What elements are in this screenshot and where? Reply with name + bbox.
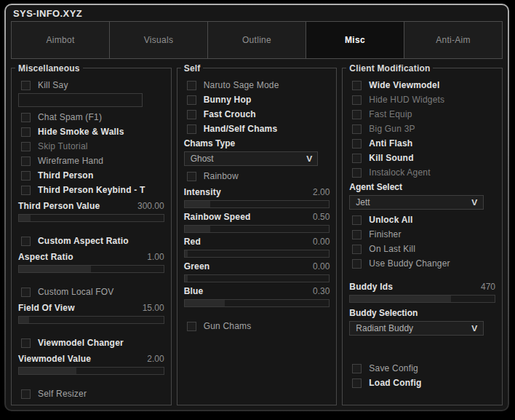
app-window: SYS-INFO.XYZ AimbotVisualsOutlineMiscAnt… <box>6 5 508 410</box>
slider-fill <box>185 201 211 207</box>
checkbox[interactable] <box>352 124 362 134</box>
checkbox-row-big-gun-3p[interactable]: Big Gun 3P <box>352 124 495 133</box>
group-title: Self <box>181 63 204 74</box>
checkbox-row-third-person[interactable]: Third Person <box>21 171 164 180</box>
checkbox[interactable] <box>352 154 362 163</box>
checkbox-row-fast-crouch[interactable]: Fast Crouch <box>187 110 330 119</box>
checkbox[interactable] <box>21 186 31 195</box>
slider-fill <box>19 368 76 374</box>
checkbox-row-custom-local-fov[interactable]: Custom Local FOV <box>21 288 164 296</box>
checkbox-row-third-person-keybind-t[interactable]: Third Person Keybind - T <box>21 186 164 194</box>
checkbox-row-anti-flash[interactable]: Anti Flash <box>352 139 495 148</box>
checkbox-row-kill-sound[interactable]: Kill Sound <box>352 154 495 162</box>
slider-track-red[interactable] <box>184 250 330 258</box>
chams-type-select[interactable]: GhostV <box>184 151 319 166</box>
checkbox-row-hide-hud-widgets[interactable]: Hide HUD Widgets <box>352 95 495 104</box>
agent-select[interactable]: JettV <box>349 195 484 210</box>
tab-visuals[interactable]: Visuals <box>110 22 208 58</box>
checkbox[interactable] <box>21 237 31 246</box>
checkbox-row-viewmodel-changer[interactable]: Viewmodel Changer <box>21 338 164 347</box>
checkbox[interactable] <box>352 139 362 148</box>
slider-value: 2.00 <box>313 187 330 197</box>
checkbox-row-hide-smoke-walls[interactable]: Hide Smoke & Walls <box>21 127 164 136</box>
slider-track-intensity[interactable] <box>184 200 330 208</box>
checkbox[interactable] <box>352 168 362 178</box>
checkbox[interactable] <box>21 389 31 399</box>
checkbox-label: On Last Kill <box>369 244 415 254</box>
slider-value: 470 <box>481 282 495 292</box>
checkbox-label: Custom Aspect Ratio <box>38 236 129 246</box>
checkbox[interactable] <box>187 110 196 119</box>
checkbox[interactable] <box>21 81 31 90</box>
checkbox[interactable] <box>352 215 362 225</box>
group-title: Client Modification <box>346 63 433 74</box>
slider-track-green[interactable] <box>184 274 330 282</box>
checkbox-label: Fast Equip <box>369 109 412 119</box>
slider-track-aspect-ratio[interactable] <box>18 265 164 273</box>
checkbox[interactable] <box>21 338 31 348</box>
slider-track-viewmodel-value[interactable] <box>18 367 164 375</box>
slider-track-field-of-view[interactable] <box>18 316 164 324</box>
checkbox-row-self-resizer[interactable]: Self Resizer <box>21 389 164 398</box>
slider-fill <box>19 215 31 221</box>
checkbox-row-fast-equip[interactable]: Fast Equip <box>352 110 495 119</box>
tab-aimbot[interactable]: Aimbot <box>12 22 110 58</box>
slider-label-row: Green0.00 <box>184 262 330 271</box>
checkbox[interactable] <box>352 230 362 239</box>
checkbox[interactable] <box>187 95 196 105</box>
checkbox[interactable] <box>187 81 196 90</box>
checkbox-label: Gun Chams <box>204 321 252 331</box>
checkbox-row-instalock-agent[interactable]: Instalock Agent <box>352 168 495 177</box>
checkbox-row-bunny-hop[interactable]: Bunny Hop <box>187 95 330 104</box>
checkbox-row-wireframe-hand[interactable]: Wireframe Hand <box>21 156 164 165</box>
checkbox-row-kill-say[interactable]: Kill Say <box>21 81 164 90</box>
checkbox[interactable] <box>352 245 362 254</box>
checkbox[interactable] <box>352 95 362 105</box>
checkbox-row-wide-viewmodel[interactable]: Wide Viewmodel <box>352 81 495 90</box>
checkbox-row-hand-self-chams[interactable]: Hand/Self Chams <box>187 124 330 133</box>
slider-value: 2.00 <box>147 354 164 364</box>
checkbox-row-load-config[interactable]: Load Config <box>352 379 495 387</box>
checkbox[interactable] <box>352 364 362 373</box>
checkbox[interactable] <box>21 142 31 151</box>
slider-track-buddy-ids[interactable] <box>349 295 495 303</box>
checkbox-row-on-last-kill[interactable]: On Last Kill <box>352 245 495 253</box>
checkbox[interactable] <box>187 124 196 134</box>
group-title: Miscellaneous <box>15 63 83 74</box>
checkbox-row-unlock-all[interactable]: Unlock All <box>352 215 495 224</box>
checkbox-row-naruto-sage-mode[interactable]: Naruto Sage Mode <box>187 81 330 90</box>
checkbox[interactable] <box>352 110 362 119</box>
checkbox-row-custom-aspect-ratio[interactable]: Custom Aspect Ratio <box>21 237 164 245</box>
checkbox[interactable] <box>21 113 31 122</box>
checkbox[interactable] <box>21 156 31 166</box>
slider-track-third-person-value[interactable] <box>18 214 164 222</box>
slider-value: 0.50 <box>313 212 330 222</box>
tab-anti-aim[interactable]: Anti-Aim <box>404 22 502 58</box>
buddy-selection-select[interactable]: Radiant BuddyV <box>349 321 484 336</box>
checkbox-label: Use Buddy Changer <box>369 258 450 269</box>
checkbox-row-chat-spam-f1[interactable]: Chat Spam (F1) <box>21 113 164 122</box>
checkbox-row-gun-chams[interactable]: Gun Chams <box>187 322 330 330</box>
checkbox[interactable] <box>352 259 362 269</box>
checkbox-row-use-buddy-changer[interactable]: Use Buddy Changer <box>352 259 495 268</box>
field-label-agent-select: Agent Select <box>349 183 495 191</box>
checkbox[interactable] <box>21 127 31 137</box>
checkbox-row-rainbow[interactable]: Rainbow <box>187 172 330 181</box>
tab-outline[interactable]: Outline <box>208 22 306 58</box>
tab-misc[interactable]: Misc <box>306 22 404 58</box>
checkbox[interactable] <box>187 172 196 181</box>
checkbox[interactable] <box>187 322 196 331</box>
checkbox-label: Bunny Hop <box>204 95 252 105</box>
checkbox[interactable] <box>352 379 362 388</box>
checkbox[interactable] <box>21 171 31 181</box>
slider-label: Intensity <box>184 187 221 197</box>
field-label-chams-type: Chams Type <box>184 139 330 148</box>
checkbox[interactable] <box>352 81 362 90</box>
checkbox-row-finisher[interactable]: Finisher <box>352 230 495 239</box>
checkbox-row-skip-tutorial[interactable]: Skip Tutorial <box>21 142 164 151</box>
kill-say-input[interactable] <box>18 93 143 107</box>
slider-track-blue[interactable] <box>184 299 330 307</box>
checkbox-row-save-config[interactable]: Save Config <box>352 364 495 373</box>
slider-track-rainbow-speed[interactable] <box>184 225 330 233</box>
checkbox[interactable] <box>21 288 31 297</box>
